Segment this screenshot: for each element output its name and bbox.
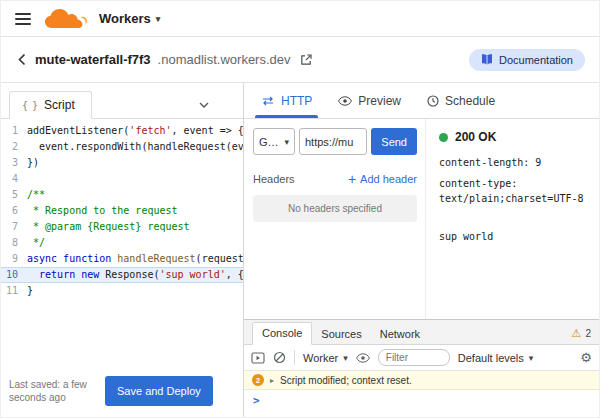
line-number: 11 [1,283,27,299]
headers-row: Headers + Add header [253,172,417,186]
code-line[interactable]: 2 event.respondWith(handleRequest(ev [1,139,243,155]
request-response-panel: HTTP Preview Schedule G… ▾ [244,83,599,417]
last-saved-text: Last saved: a few seconds ago [9,378,95,405]
external-link-icon[interactable] [300,54,312,66]
code-line[interactable]: 5/** [1,187,243,203]
warning-count-badge: 2 [252,374,264,386]
code-line[interactable]: 8 */ [1,235,243,251]
code-line[interactable]: 11} [1,283,243,299]
tab-console[interactable]: Console [252,322,312,345]
product-switcher[interactable]: Workers ▾ [99,11,160,26]
editor-footer: Last saved: a few seconds ago Save and D… [1,365,243,417]
code-text: * Respond to the request [27,203,178,219]
headers-label: Headers [253,173,295,185]
product-name: Workers [99,11,151,26]
editor-tab-bar: { } Script [1,83,243,119]
plus-icon: + [348,172,356,186]
request-row: G… ▾ Send [253,128,417,155]
code-text: */ [27,235,45,251]
chevron-down-icon: ▾ [343,353,348,363]
status-dot [439,133,448,142]
tab-network[interactable]: Network [371,324,429,345]
braces-icon: { } [22,100,37,111]
code-line[interactable]: 6 * Respond to the request [1,203,243,219]
documentation-button[interactable]: Documentation [469,49,585,71]
code-text: /** [27,187,45,203]
method-value: G… [259,136,279,148]
code-line[interactable]: 10 return new Response('sup world', { [1,267,243,283]
toolbar-divider [294,350,295,365]
settings-gear-icon[interactable]: ⚙ [580,350,592,365]
script-tab-label: Script [44,98,75,112]
worker-name: mute-waterfall-f7f3 [35,52,151,67]
worker-header: mute-waterfall-f7f3 .nomadlist.workers.d… [1,37,599,83]
code-editor[interactable]: 1addEventListener('fetch', event => {2 e… [1,119,243,365]
code-text: async function handleRequest(request [27,251,243,267]
response-header: content-length: 9 [439,155,591,171]
eye-icon [338,96,352,106]
warnings-indicator[interactable]: ⚠ 2 [572,327,591,344]
warning-icon: ⚠ [572,327,582,340]
main-area: { } Script 1addEventListener('fetch', ev… [1,83,599,417]
line-number: 6 [1,203,27,219]
tab-http[interactable]: HTTP [248,83,325,118]
code-text: } [27,283,33,299]
response-body: sup world [439,231,591,242]
add-header-button[interactable]: + Add header [348,172,417,186]
code-line[interactable]: 4 [1,171,243,187]
code-line[interactable]: 3}) [1,155,243,171]
clock-icon [427,95,439,107]
chevron-down-icon: ▾ [284,137,289,147]
context-select[interactable]: Worker ▾ [303,352,348,364]
save-and-deploy-button[interactable]: Save and Deploy [105,376,213,406]
editor-panel: { } Script 1addEventListener('fetch', ev… [1,83,244,417]
no-headers-placeholder: No headers specified [253,195,417,222]
chevron-down-icon: ▾ [529,353,534,363]
tab-sources[interactable]: Sources [312,324,370,345]
response-viewer: 200 OK content-length: 9 content-type: t… [426,119,599,319]
response-header: content-type: text/plain;charset=UTF-8 [439,176,591,207]
code-text: event.respondWith(handleRequest(ev [27,139,243,155]
line-number: 9 [1,251,27,267]
console-toolbar: Worker ▾ Default levels ▾ ⚙ [244,345,599,371]
console-message[interactable]: 2 ▸ Script modified; context reset. [244,371,599,390]
code-line[interactable]: 1addEventListener('fetch', event => { [1,123,243,139]
workers-editor-app: Workers ▾ mute-waterfall-f7f3 .nomadlist… [0,0,600,418]
tab-preview[interactable]: Preview [325,83,414,118]
code-line[interactable]: 7 * @param {Request} request [1,219,243,235]
status-text: 200 OK [455,130,496,144]
top-bar: Workers ▾ [1,1,599,37]
code-line[interactable]: 9async function handleRequest(request [1,251,243,267]
console-prompt[interactable]: > [244,390,599,417]
tab-schedule[interactable]: Schedule [414,83,508,118]
response-headers: content-length: 9 content-type: text/pla… [439,155,591,207]
response-status: 200 OK [439,130,591,144]
console-filter-input[interactable] [378,349,450,366]
console-tab-bar: Console Sources Network ⚠ 2 [244,320,599,345]
preview-tab-label: Preview [358,94,401,108]
send-button[interactable]: Send [371,128,417,155]
worker-domain: .nomadlist.workers.dev [158,52,291,67]
hamburger-menu-icon[interactable] [15,13,31,25]
console-message-text: Script modified; context reset. [280,375,412,386]
tab-script[interactable]: { } Script [9,91,92,119]
levels-value: Default levels [458,352,524,364]
request-builder: G… ▾ Send Headers + Add header No heade [244,119,426,319]
clear-console-icon[interactable] [273,351,286,364]
warning-count: 2 [585,328,591,339]
line-number: 7 [1,219,27,235]
line-number: 1 [1,123,27,139]
url-input[interactable] [299,128,367,155]
add-header-label: Add header [360,173,417,185]
play-icon[interactable] [251,352,265,364]
http-tab-bar: HTTP Preview Schedule [244,83,599,119]
chevron-down-icon[interactable] [199,102,209,108]
code-text: * @param {Request} request [27,219,190,235]
method-select[interactable]: G… ▾ [253,128,295,155]
context-value: Worker [303,352,338,364]
line-number: 3 [1,155,27,171]
log-levels-select[interactable]: Default levels ▾ [458,352,534,364]
eye-icon[interactable] [356,353,370,363]
chevron-down-icon: ▾ [156,14,161,24]
back-icon[interactable] [15,51,28,68]
